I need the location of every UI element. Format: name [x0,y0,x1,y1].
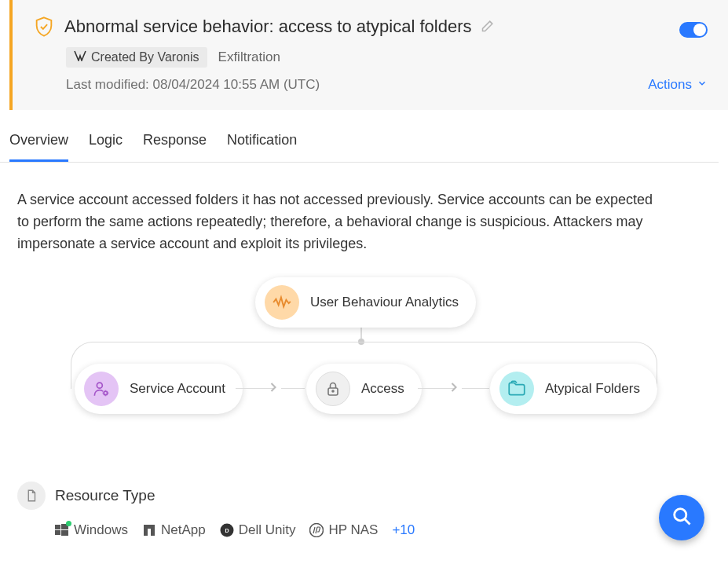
dell-icon: D [220,523,234,537]
meta-row: Last modified: 08/04/2024 10:55 AM (UTC)… [66,77,708,93]
svg-rect-7 [61,530,68,536]
svg-rect-5 [61,524,68,529]
shield-icon [33,16,55,38]
connector-line [281,388,305,389]
tab-response[interactable]: Response [143,132,207,162]
chevron-right-icon [265,379,281,398]
svg-point-0 [97,383,102,388]
varonis-logo-icon [74,50,86,64]
section-header: Resource Type [17,482,711,510]
svg-point-1 [104,391,107,394]
created-by-tag: Created By Varonis [66,47,207,68]
last-modified-text: Last modified: 08/04/2024 10:55 AM (UTC) [66,77,320,93]
resource-label: Dell Unity [239,522,296,538]
resource-label: HP NAS [328,522,378,538]
actions-label: Actions [648,77,692,93]
page-title: Abnormal service behavior: access to aty… [64,16,471,37]
folder-icon [499,372,534,406]
resource-type-section: Resource Type Windows NetApp D Dell Unit… [0,466,728,562]
tabs-bar: Overview Logic Response Notification [0,110,719,163]
hp-icon [309,523,324,537]
node-label: Atypical Folders [545,381,640,397]
node-label: User Behaviour Analytics [310,295,459,310]
svg-point-11 [675,509,686,521]
svg-point-3 [332,390,334,392]
section-title: Resource Type [55,487,155,504]
netapp-icon [142,523,156,537]
node-label: Access [361,381,404,397]
windows-icon [55,523,69,537]
behavior-diagram: User Behaviour Analytics Service Account… [0,277,728,466]
edit-icon[interactable] [481,17,496,36]
resource-label: NetApp [161,522,206,538]
node-label: Service Account [130,381,225,397]
resource-item-netapp: NetApp [142,522,206,538]
document-icon [17,482,46,510]
resource-item-dell-unity: D Dell Unity [220,522,296,538]
node-analytics: User Behaviour Analytics [255,277,476,328]
title-row: Abnormal service behavior: access to aty… [33,16,708,38]
tags-row: Created By Varonis Exfiltration [66,47,708,68]
user-gear-icon [84,372,119,406]
tab-notification[interactable]: Notification [227,132,297,162]
tab-overview[interactable]: Overview [9,132,68,162]
alert-header-card: Abnormal service behavior: access to aty… [9,0,728,110]
connector-line [462,388,489,389]
chevron-right-icon [446,379,462,398]
svg-rect-6 [55,530,60,535]
actions-dropdown[interactable]: Actions [648,77,708,93]
created-by-text: Created By Varonis [91,50,199,64]
svg-text:D: D [225,528,229,533]
chevron-down-icon [697,77,708,93]
search-fab[interactable] [659,495,704,540]
node-service-account: Service Account [75,364,243,414]
analytics-icon [265,285,299,320]
resource-more-link[interactable]: +10 [392,522,415,538]
tab-logic[interactable]: Logic [89,132,123,162]
resource-list: Windows NetApp D Dell Unity HP NAS +10 [55,522,711,538]
lock-icon [316,372,350,406]
node-access: Access [306,364,422,414]
svg-rect-4 [55,525,60,529]
category-text: Exfiltration [218,49,280,65]
resource-item-hp-nas: HP NAS [309,522,378,538]
resource-item-windows: Windows [55,522,128,538]
resource-label: Windows [74,522,128,538]
description-text: A service account accessed folders it ha… [0,163,691,263]
enable-toggle[interactable] [679,22,708,38]
search-icon [671,505,693,530]
node-atypical-folders: Atypical Folders [490,364,657,414]
